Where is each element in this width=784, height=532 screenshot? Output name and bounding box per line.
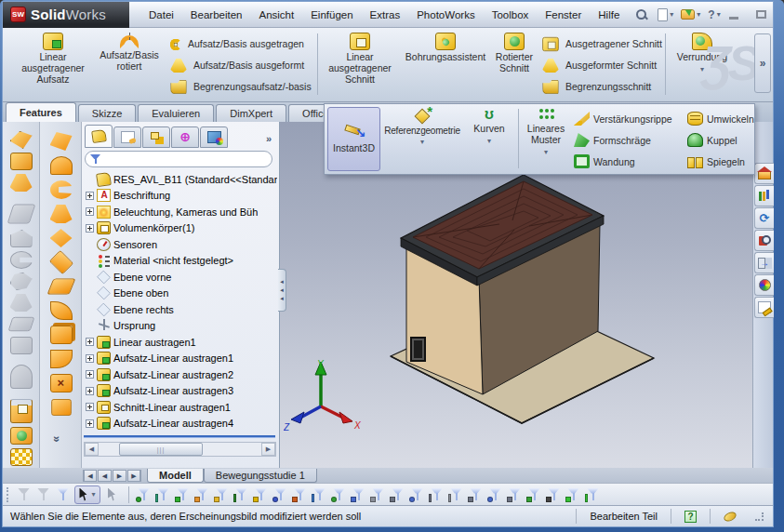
tree-horizontal-scrollbar[interactable]: ◀ ||| ▶ xyxy=(84,442,276,457)
open-document-button[interactable]: ▾ xyxy=(677,9,704,20)
tab-evaluieren[interactable]: Evaluieren xyxy=(138,104,214,122)
swept-cut-button[interactable]: Ausgetragener Schnitt xyxy=(540,34,662,54)
resize-grip[interactable] xyxy=(755,512,764,521)
displaymanager-tab[interactable] xyxy=(200,126,228,148)
appearances-icon[interactable] xyxy=(754,274,774,296)
draft-button[interactable]: Formschräge xyxy=(574,130,684,150)
draft-analysis-icon[interactable] xyxy=(10,294,33,312)
filter-solid-bodies-icon[interactable] xyxy=(214,486,230,503)
dome-button[interactable]: Kuppel xyxy=(687,130,754,150)
tree-item-linear-austragen1[interactable]: Linear austragen1 xyxy=(84,334,277,351)
curves-button[interactable]: ʊ Kurven ▾ xyxy=(464,107,514,171)
tree-item-aufsatz-linear-austragen3[interactable]: Aufsatz-Linear austragen3 xyxy=(84,383,277,400)
filter-connection-points-icon[interactable] xyxy=(565,486,581,503)
expand-toggle[interactable] xyxy=(86,207,94,216)
panel-splitter-handle[interactable]: ◂ ◂ ◂ xyxy=(278,269,286,312)
filter-routing-points-icon[interactable] xyxy=(585,486,601,503)
menu-photoworks[interactable]: PhotoWorks xyxy=(408,6,483,24)
help-button[interactable]: ?▾ xyxy=(704,8,724,21)
parting-line-icon[interactable] xyxy=(10,131,33,149)
close-button[interactable]: × xyxy=(780,7,784,21)
thicken-icon[interactable] xyxy=(51,399,72,416)
menu-einfuegen[interactable]: Einfügen xyxy=(302,6,361,24)
filter-notes-icon[interactable] xyxy=(390,486,405,503)
hole-wizard-button[interactable]: Bohrungsassistent xyxy=(401,32,490,99)
minimize-button[interactable] xyxy=(724,7,743,21)
tree-filter-input[interactable] xyxy=(85,151,272,167)
expand-toggle[interactable] xyxy=(86,419,94,428)
tree-item-beschriftung[interactable]: Beschriftung xyxy=(84,188,277,205)
linear-pattern-button[interactable]: Lineares Muster ▾ xyxy=(522,107,570,171)
filter-faces-icon[interactable] xyxy=(175,486,191,503)
wrap-button[interactable]: Umwickeln xyxy=(687,109,754,128)
tree-item-sensoren[interactable]: Sensoren xyxy=(84,236,277,253)
ribbon-overflow-button[interactable]: » xyxy=(754,33,771,93)
filter-blocks-icon[interactable] xyxy=(526,486,542,503)
expand-toggle[interactable] xyxy=(86,224,94,233)
filter-balloons-icon[interactable] xyxy=(409,486,425,503)
view-palette-icon[interactable] xyxy=(754,252,774,273)
revolved-boss-button[interactable]: Aufsatz/Basis rotiert xyxy=(92,32,166,99)
file-explorer-icon[interactable]: ⟳ xyxy=(754,207,774,229)
reference-geometry-button[interactable]: Referenzgeometrie ▾ xyxy=(382,107,462,171)
filter-cosmetic-threads-icon[interactable] xyxy=(546,486,562,503)
tab-features[interactable]: Features xyxy=(6,102,76,122)
delete-face-icon[interactable] xyxy=(50,374,73,392)
propertymanager-tab[interactable] xyxy=(113,126,141,148)
filter-midpoints-icon[interactable] xyxy=(331,486,347,503)
manager-tabs-overflow[interactable]: » xyxy=(262,129,275,148)
filter-weld-symbols-icon[interactable] xyxy=(429,486,445,503)
expand-toggle[interactable] xyxy=(86,192,94,200)
lofted-boss-button[interactable]: Aufsatz/Basis ausgeformt xyxy=(168,56,312,75)
expand-toggle[interactable] xyxy=(86,387,94,395)
mold-tool-dropdown-icon[interactable] xyxy=(10,337,33,354)
undercut-analysis-icon[interactable] xyxy=(7,317,34,331)
swept-boss-button[interactable]: Aufsatz/Basis ausgetragen xyxy=(168,34,312,54)
last-tab-button[interactable]: ▶ xyxy=(127,470,141,482)
model-tab[interactable]: Modell xyxy=(147,469,204,483)
menu-extras[interactable]: Extras xyxy=(362,6,409,24)
filter-sketch-segments-icon[interactable] xyxy=(312,486,327,503)
next-tab-button[interactable]: ▶ xyxy=(113,470,126,482)
extruded-cut-button[interactable]: Linear ausgetragener Schnitt xyxy=(322,32,398,99)
filter-annotations-icon[interactable] xyxy=(370,486,386,503)
tree-item-aufsatz-linear-austragen4[interactable]: Aufsatz-Linear austragen4 xyxy=(84,416,277,432)
tree-item-aufsatz-linear-austragen2[interactable]: Aufsatz-Linear austragen2 xyxy=(84,366,277,383)
sweep-tool-icon[interactable] xyxy=(10,251,33,269)
tooling-split-icon[interactable] xyxy=(7,205,35,224)
filter-points-icon[interactable] xyxy=(272,486,288,503)
menu-hilfe[interactable]: Hilfe xyxy=(590,6,628,24)
knit-surface-icon[interactable] xyxy=(50,326,73,344)
mirror-button[interactable]: Spiegeln xyxy=(687,152,754,171)
scale-check-icon[interactable] xyxy=(10,448,33,466)
filter-dimensions-icon[interactable] xyxy=(351,486,366,503)
design-library-icon[interactable] xyxy=(754,185,774,206)
tree-item-volumenkoerper[interactable]: Volumenkörper(1) xyxy=(84,220,277,237)
filter-sketches-icon[interactable] xyxy=(292,486,308,503)
tree-item-ebene-oben[interactable]: Ebene oben xyxy=(84,286,277,302)
menu-datei[interactable]: Datei xyxy=(140,6,182,24)
clear-all-filters-icon[interactable] xyxy=(35,486,51,503)
menu-bearbeiten[interactable]: Bearbeiten xyxy=(182,6,251,24)
shut-off-surface-icon[interactable] xyxy=(10,153,33,170)
parting-surface-icon[interactable] xyxy=(10,174,33,192)
prev-tab-button[interactable]: ◀ xyxy=(98,470,112,482)
filter-inactive-icon[interactable] xyxy=(16,486,32,503)
configurationmanager-tab[interactable] xyxy=(142,126,170,148)
cavity-icon[interactable] xyxy=(10,365,33,389)
tab-skizze[interactable]: Skizze xyxy=(78,104,136,122)
instant3d-button[interactable]: Instant3D xyxy=(327,107,380,171)
quick-tips-icon[interactable]: ? xyxy=(684,511,697,523)
menu-ansicht[interactable]: Ansicht xyxy=(250,6,302,24)
tree-item-material[interactable]: Material <nicht festgelegt> xyxy=(84,253,277,270)
dimxpertmanager-tab[interactable]: ⊕ xyxy=(171,126,199,148)
filter-planes-icon[interactable] xyxy=(253,486,269,503)
tab-dimxpert[interactable]: DimXpert xyxy=(216,104,286,122)
custom-properties-icon[interactable] xyxy=(754,297,774,318)
tree-item-schnitt-linear-austragen1[interactable]: Schnitt-Linear austragen1 xyxy=(84,399,277,416)
expand-toggle[interactable] xyxy=(86,338,94,346)
extruded-boss-button[interactable]: Linear ausgetragener Aufsatz xyxy=(14,32,92,99)
tag-icon[interactable] xyxy=(723,510,737,523)
expand-toggle[interactable] xyxy=(86,370,94,379)
tree-item-aufsatz-linear-austragen1[interactable]: Aufsatz-Linear austragen1 xyxy=(84,351,277,367)
